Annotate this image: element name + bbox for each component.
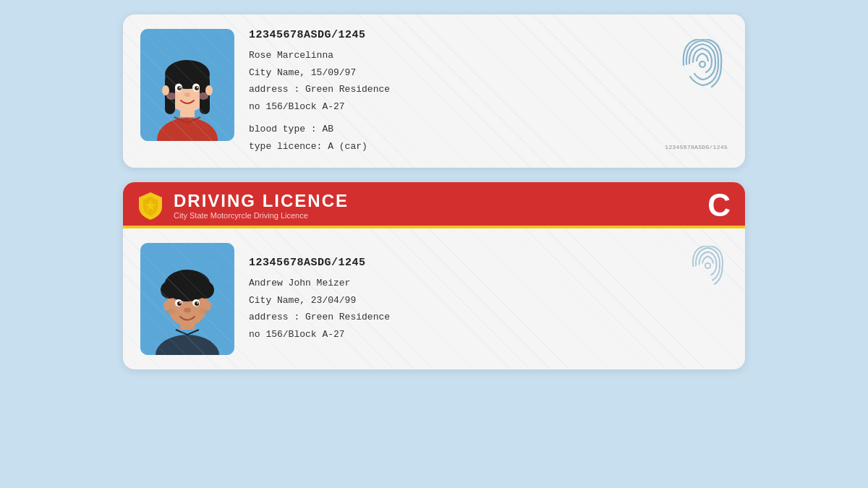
svg-point-30 [191,278,207,294]
svg-point-18 [699,61,705,67]
photo-box-1 [140,29,234,141]
svg-point-17 [198,93,208,100]
svg-point-14 [197,87,198,88]
driving-licence-subtitle: City State Motorcyrcle Driving Licence [174,211,697,220]
svg-point-29 [168,278,184,294]
card1-address1: address : Green Residence [249,82,648,97]
card2-address1: address : Green Residence [249,310,648,325]
svg-point-35 [177,301,182,306]
svg-point-39 [184,308,191,313]
svg-point-37 [179,302,181,304]
card2-id: 12345678ASDG/1245 [249,257,648,269]
license-card-2: DRIVING LICENCE City State Motorcyrcle D… [123,182,745,369]
photo-box-2 [140,243,234,355]
svg-point-41 [199,309,208,314]
shield-icon [137,191,163,220]
svg-point-36 [195,301,199,306]
header-text-block: DRIVING LICENCE City State Motorcyrcle D… [174,191,697,220]
driving-licence-title: DRIVING LICENCE [174,191,697,211]
card1-id: 12345678ASDG/1245 [249,29,648,41]
avatar-male-icon [144,247,231,355]
card1-blood: blood type : AB [249,122,648,137]
license-card-1: 12345678ASDG/1245 Rose Marcelinna City N… [123,14,745,168]
licence-header: DRIVING LICENCE City State Motorcyrcle D… [123,182,745,228]
fingerprint-icon [677,39,728,90]
card2-dob: City Name, 23/04/99 [249,294,648,308]
svg-point-42 [705,263,710,268]
svg-point-38 [197,302,198,304]
fingerprint-area-2 [663,243,728,355]
licence-type-badge: C [707,189,731,221]
svg-point-15 [184,93,190,97]
svg-point-12 [195,86,199,90]
fingerprint-partial-icon [688,246,728,286]
svg-point-16 [166,93,176,100]
fingerprint-area-1: 12345678ASDG/1245 [663,29,728,153]
svg-point-40 [167,309,176,314]
avatar-female-icon [144,33,231,141]
card1-fingerprint-code: 12345678ASDG/1245 [665,144,728,150]
card1-dob: City Name, 15/09/97 [249,66,648,80]
card2-address2: no 156/Block A-27 [249,328,648,342]
card2-info: 12345678ASDG/1245 Andrew John Meizer Cit… [249,243,648,355]
svg-point-11 [177,86,182,90]
card2-name: Andrew John Meizer [249,276,648,291]
svg-point-13 [179,87,181,88]
card1-info: 12345678ASDG/1245 Rose Marcelinna City N… [249,29,648,153]
card1-name: Rose Marcelinna [249,48,648,63]
card1-licence: type licence: A (car) [249,140,648,154]
card1-address2: no 156/Block A-27 [249,100,648,114]
